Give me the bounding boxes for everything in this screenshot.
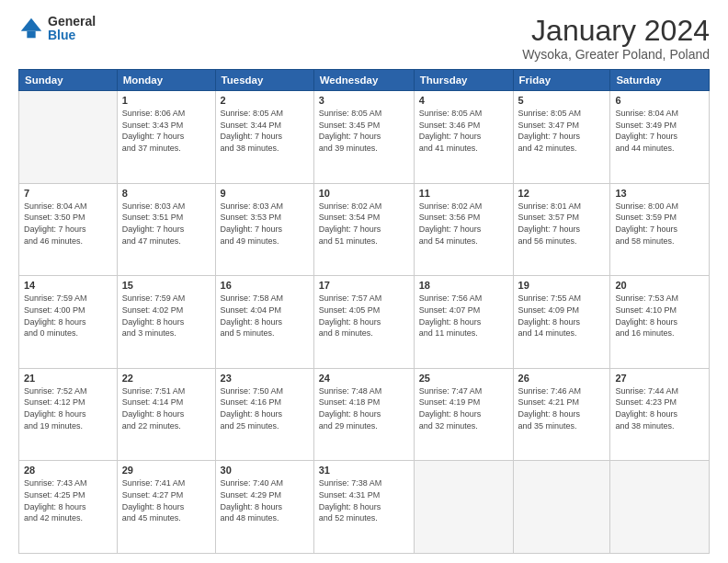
day-number: 10	[319, 188, 409, 199]
day-number: 2	[221, 95, 309, 106]
calendar-table: Sunday Monday Tuesday Wednesday Thursday…	[18, 69, 710, 554]
day-number: 22	[122, 373, 210, 384]
col-tuesday: Tuesday	[215, 70, 313, 91]
calendar-week-4: 21Sunrise: 7:52 AM Sunset: 4:12 PM Dayli…	[19, 368, 710, 461]
calendar-cell: 17Sunrise: 7:57 AM Sunset: 4:05 PM Dayli…	[313, 276, 414, 369]
day-info: Sunrise: 8:00 AM Sunset: 3:59 PM Dayligh…	[615, 201, 704, 247]
day-info: Sunrise: 7:50 AM Sunset: 4:16 PM Dayligh…	[221, 385, 309, 431]
calendar-cell	[513, 461, 610, 554]
calendar-week-1: 1Sunrise: 8:06 AM Sunset: 3:43 PM Daylig…	[19, 91, 710, 184]
day-number: 15	[122, 280, 210, 291]
header-row: Sunday Monday Tuesday Wednesday Thursday…	[19, 70, 710, 91]
day-number: 28	[24, 465, 112, 476]
calendar-cell: 29Sunrise: 7:41 AM Sunset: 4:27 PM Dayli…	[117, 461, 215, 554]
day-info: Sunrise: 7:41 AM Sunset: 4:27 PM Dayligh…	[122, 477, 210, 523]
day-info: Sunrise: 7:53 AM Sunset: 4:10 PM Dayligh…	[615, 293, 704, 339]
day-number: 6	[615, 95, 704, 106]
calendar-cell: 30Sunrise: 7:40 AM Sunset: 4:29 PM Dayli…	[215, 461, 313, 554]
calendar-cell: 14Sunrise: 7:59 AM Sunset: 4:00 PM Dayli…	[19, 276, 118, 369]
day-info: Sunrise: 8:04 AM Sunset: 3:49 PM Dayligh…	[615, 108, 704, 154]
calendar-cell: 15Sunrise: 7:59 AM Sunset: 4:02 PM Dayli…	[117, 276, 215, 369]
calendar-cell	[610, 461, 710, 554]
logo-icon	[18, 16, 44, 41]
calendar-cell: 4Sunrise: 8:05 AM Sunset: 3:46 PM Daylig…	[414, 91, 513, 184]
day-info: Sunrise: 8:05 AM Sunset: 3:46 PM Dayligh…	[419, 108, 508, 154]
calendar-week-3: 14Sunrise: 7:59 AM Sunset: 4:00 PM Dayli…	[19, 276, 710, 369]
calendar-cell: 10Sunrise: 8:02 AM Sunset: 3:54 PM Dayli…	[313, 183, 414, 276]
calendar-cell: 3Sunrise: 8:05 AM Sunset: 3:45 PM Daylig…	[313, 91, 414, 184]
calendar-cell: 16Sunrise: 7:58 AM Sunset: 4:04 PM Dayli…	[215, 276, 313, 369]
col-monday: Monday	[117, 70, 215, 91]
day-number: 1	[122, 95, 210, 106]
calendar-cell: 13Sunrise: 8:00 AM Sunset: 3:59 PM Dayli…	[610, 183, 710, 276]
calendar-cell: 25Sunrise: 7:47 AM Sunset: 4:19 PM Dayli…	[414, 368, 513, 461]
day-number: 21	[24, 373, 112, 384]
calendar-cell: 22Sunrise: 7:51 AM Sunset: 4:14 PM Dayli…	[117, 368, 215, 461]
calendar-cell: 19Sunrise: 7:55 AM Sunset: 4:09 PM Dayli…	[513, 276, 610, 369]
calendar-cell: 28Sunrise: 7:43 AM Sunset: 4:25 PM Dayli…	[19, 461, 118, 554]
col-thursday: Thursday	[414, 70, 513, 91]
day-number: 9	[221, 188, 309, 199]
day-info: Sunrise: 8:03 AM Sunset: 3:51 PM Dayligh…	[122, 201, 210, 247]
day-info: Sunrise: 7:56 AM Sunset: 4:07 PM Dayligh…	[419, 293, 508, 339]
day-number: 7	[24, 188, 112, 199]
calendar-cell: 18Sunrise: 7:56 AM Sunset: 4:07 PM Dayli…	[414, 276, 513, 369]
calendar-cell: 2Sunrise: 8:05 AM Sunset: 3:44 PM Daylig…	[215, 91, 313, 184]
day-info: Sunrise: 8:02 AM Sunset: 3:54 PM Dayligh…	[319, 201, 409, 247]
calendar-cell: 21Sunrise: 7:52 AM Sunset: 4:12 PM Dayli…	[19, 368, 118, 461]
calendar-cell: 6Sunrise: 8:04 AM Sunset: 3:49 PM Daylig…	[610, 91, 710, 184]
logo-text: General Blue	[48, 15, 96, 43]
calendar-week-2: 7Sunrise: 8:04 AM Sunset: 3:50 PM Daylig…	[19, 183, 710, 276]
day-info: Sunrise: 7:47 AM Sunset: 4:19 PM Dayligh…	[419, 385, 508, 431]
calendar-cell: 20Sunrise: 7:53 AM Sunset: 4:10 PM Dayli…	[610, 276, 710, 369]
calendar-cell: 27Sunrise: 7:44 AM Sunset: 4:23 PM Dayli…	[610, 368, 710, 461]
day-info: Sunrise: 7:55 AM Sunset: 4:09 PM Dayligh…	[518, 293, 606, 339]
day-info: Sunrise: 8:05 AM Sunset: 3:44 PM Dayligh…	[221, 108, 309, 154]
day-number: 12	[518, 188, 606, 199]
day-number: 3	[319, 95, 409, 106]
day-number: 4	[419, 95, 508, 106]
day-info: Sunrise: 8:05 AM Sunset: 3:45 PM Dayligh…	[319, 108, 409, 154]
day-number: 17	[319, 280, 409, 291]
day-number: 29	[122, 465, 210, 476]
logo-general: General	[48, 15, 96, 29]
calendar-cell: 26Sunrise: 7:46 AM Sunset: 4:21 PM Dayli…	[513, 368, 610, 461]
day-info: Sunrise: 8:01 AM Sunset: 3:57 PM Dayligh…	[518, 201, 606, 247]
day-number: 30	[221, 465, 309, 476]
col-sunday: Sunday	[19, 70, 118, 91]
day-info: Sunrise: 7:59 AM Sunset: 4:00 PM Dayligh…	[24, 293, 112, 339]
calendar-cell: 23Sunrise: 7:50 AM Sunset: 4:16 PM Dayli…	[215, 368, 313, 461]
day-info: Sunrise: 7:52 AM Sunset: 4:12 PM Dayligh…	[24, 385, 112, 431]
day-number: 14	[24, 280, 112, 291]
logo-blue: Blue	[48, 29, 96, 42]
col-saturday: Saturday	[610, 70, 710, 91]
month-title: January 2024	[522, 15, 710, 47]
day-number: 20	[615, 280, 704, 291]
calendar-body: 1Sunrise: 8:06 AM Sunset: 3:43 PM Daylig…	[19, 91, 710, 554]
calendar-cell: 9Sunrise: 8:03 AM Sunset: 3:53 PM Daylig…	[215, 183, 313, 276]
calendar-cell: 5Sunrise: 8:05 AM Sunset: 3:47 PM Daylig…	[513, 91, 610, 184]
day-info: Sunrise: 8:03 AM Sunset: 3:53 PM Dayligh…	[221, 201, 309, 247]
svg-marker-0	[21, 18, 41, 31]
day-number: 19	[518, 280, 606, 291]
day-info: Sunrise: 7:44 AM Sunset: 4:23 PM Dayligh…	[615, 385, 704, 431]
day-info: Sunrise: 7:57 AM Sunset: 4:05 PM Dayligh…	[319, 293, 409, 339]
title-block: January 2024 Wysoka, Greater Poland, Pol…	[522, 15, 710, 62]
logo: General Blue	[18, 15, 96, 43]
calendar-cell: 7Sunrise: 8:04 AM Sunset: 3:50 PM Daylig…	[19, 183, 118, 276]
day-number: 16	[221, 280, 309, 291]
day-number: 5	[518, 95, 606, 106]
day-info: Sunrise: 7:38 AM Sunset: 4:31 PM Dayligh…	[319, 477, 409, 523]
page: General Blue January 2024 Wysoka, Greate…	[0, 0, 728, 563]
day-info: Sunrise: 7:46 AM Sunset: 4:21 PM Dayligh…	[518, 385, 606, 431]
day-number: 18	[419, 280, 508, 291]
day-info: Sunrise: 7:58 AM Sunset: 4:04 PM Dayligh…	[221, 293, 309, 339]
col-wednesday: Wednesday	[313, 70, 414, 91]
calendar-cell: 31Sunrise: 7:38 AM Sunset: 4:31 PM Dayli…	[313, 461, 414, 554]
svg-rect-1	[27, 31, 35, 38]
calendar-cell: 1Sunrise: 8:06 AM Sunset: 3:43 PM Daylig…	[117, 91, 215, 184]
day-number: 31	[319, 465, 409, 476]
day-number: 24	[319, 373, 409, 384]
calendar-cell: 12Sunrise: 8:01 AM Sunset: 3:57 PM Dayli…	[513, 183, 610, 276]
day-info: Sunrise: 7:48 AM Sunset: 4:18 PM Dayligh…	[319, 385, 409, 431]
